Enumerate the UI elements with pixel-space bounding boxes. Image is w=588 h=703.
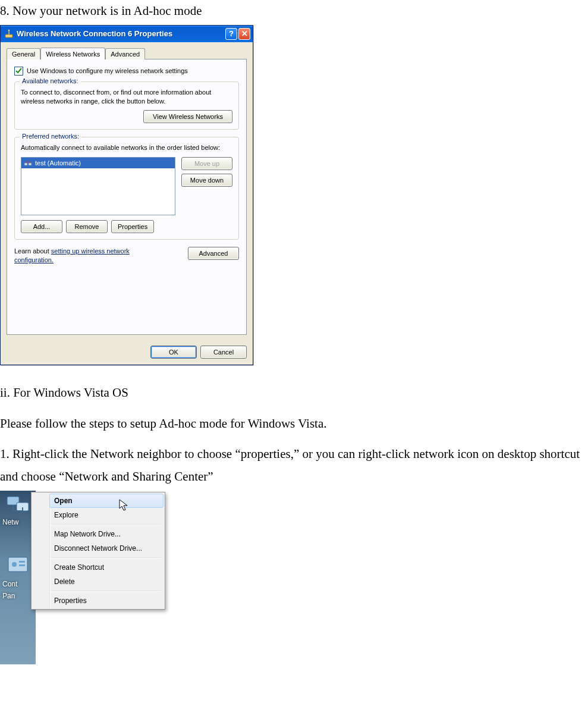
context-menu: OpenExploreMap Network Drive...Disconnec… xyxy=(31,492,165,610)
preferred-networks-text: Automatically connect to available netwo… xyxy=(21,143,232,152)
svg-rect-4 xyxy=(29,163,32,165)
vista-intro: Please follow the steps to setup Ad-hoc … xyxy=(0,413,588,435)
control-panel-icon[interactable] xyxy=(4,555,32,579)
vista-screenshot: Netw Cont Pan OpenExploreMap Network Dri… xyxy=(0,491,172,664)
check-icon xyxy=(15,68,22,74)
menu-separator xyxy=(49,591,161,592)
move-up-button[interactable]: Move up xyxy=(181,157,232,170)
preferred-networks-listbox[interactable]: test (Automatic) xyxy=(21,157,175,215)
tab-panel-wireless: Use Windows to configure my wireless net… xyxy=(7,59,247,335)
svg-rect-9 xyxy=(19,561,25,563)
menu-item[interactable]: Create Shortcut xyxy=(49,560,163,575)
control-panel-label-1: Cont xyxy=(0,580,36,588)
network-icon-label: Netw xyxy=(0,518,36,526)
list-item[interactable]: test (Automatic) xyxy=(21,158,175,168)
view-wireless-networks-button[interactable]: View Wireless Networks xyxy=(143,110,232,123)
vista-heading: ii. For Windows Vista OS xyxy=(0,382,588,404)
menu-item[interactable]: Map Network Drive... xyxy=(49,527,163,541)
wireless-icon xyxy=(4,29,14,39)
close-button[interactable]: ✕ xyxy=(238,28,250,40)
cancel-button[interactable]: Cancel xyxy=(200,346,247,359)
vista-desktop-strip: Netw Cont Pan xyxy=(0,491,36,664)
preferred-networks-title: Preferred networks: xyxy=(20,133,81,140)
title-text: Wireless Network Connection 6 Properties xyxy=(17,29,225,38)
preferred-networks-group: Preferred networks: Automatically connec… xyxy=(14,137,239,240)
move-down-button[interactable]: Move down xyxy=(181,174,232,187)
properties-button[interactable]: Properties xyxy=(111,220,154,233)
vista-step-1: 1. Right-click the Network neighbor to c… xyxy=(0,443,588,488)
adhoc-network-icon xyxy=(24,159,32,167)
use-windows-checkbox[interactable] xyxy=(14,67,23,76)
menu-separator xyxy=(49,557,161,558)
tab-wireless-networks[interactable]: Wireless Networks xyxy=(40,48,105,59)
tab-general[interactable]: General xyxy=(7,48,40,59)
advanced-button[interactable]: Advanced xyxy=(188,247,239,260)
menu-item[interactable]: Delete xyxy=(49,575,163,589)
menu-separator xyxy=(49,524,161,525)
available-networks-group: Available networks: To connect to, disco… xyxy=(14,81,239,130)
network-icon[interactable] xyxy=(4,493,32,517)
xp-properties-dialog: Wireless Network Connection 6 Properties… xyxy=(0,25,253,365)
titlebar[interactable]: Wireless Network Connection 6 Properties… xyxy=(1,26,253,42)
svg-point-8 xyxy=(12,562,17,567)
help-button[interactable]: ? xyxy=(225,28,237,40)
tab-advanced[interactable]: Advanced xyxy=(105,48,145,59)
step-8-text: 8. Now your network is in Ad-hoc mode xyxy=(0,0,588,23)
available-networks-title: Available networks: xyxy=(20,77,81,84)
use-windows-label: Use Windows to configure my wireless net… xyxy=(27,67,188,74)
learn-prefix: Learn about xyxy=(14,247,51,255)
list-item-label: test (Automatic) xyxy=(35,159,81,167)
menu-item[interactable]: Properties xyxy=(49,594,163,608)
svg-rect-0 xyxy=(5,34,12,37)
dialog-footer: OK Cancel xyxy=(1,341,253,365)
learn-text: Learn about setting up wireless network … xyxy=(14,247,163,264)
control-panel-label-2: Pan xyxy=(0,592,36,600)
tab-strip: General Wireless Networks Advanced xyxy=(7,46,247,59)
menu-item[interactable]: Open xyxy=(49,494,163,508)
svg-rect-10 xyxy=(19,564,25,566)
menu-item[interactable]: Disconnect Network Drive... xyxy=(49,541,163,556)
ok-button[interactable]: OK xyxy=(150,346,197,359)
add-button[interactable]: Add... xyxy=(21,220,62,233)
menu-item[interactable]: Explore xyxy=(49,508,163,522)
svg-point-2 xyxy=(8,30,10,31)
svg-rect-3 xyxy=(24,163,27,165)
remove-button[interactable]: Remove xyxy=(66,220,108,233)
available-networks-text: To connect to, disconnect from, or find … xyxy=(21,88,232,106)
